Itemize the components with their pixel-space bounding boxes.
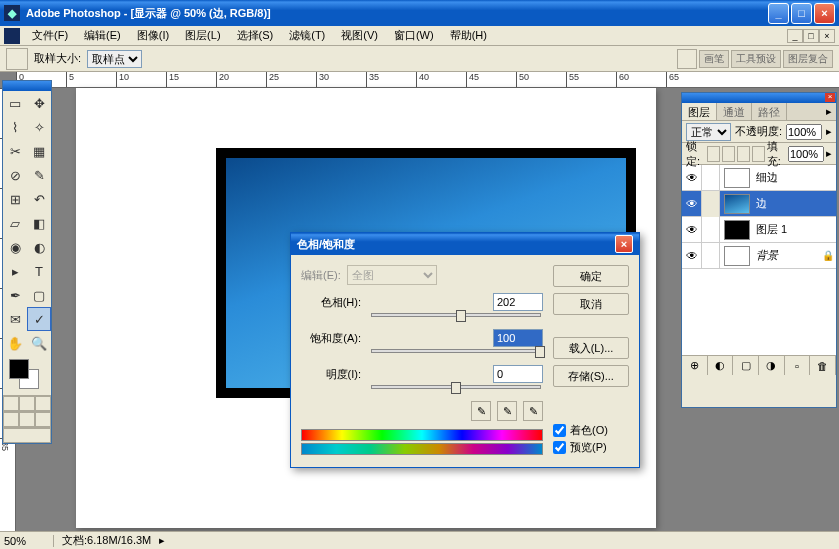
new-set-button[interactable]: ▢ xyxy=(733,356,759,375)
menu-window[interactable]: 窗口(W) xyxy=(386,26,442,45)
load-button[interactable]: 载入(L)... xyxy=(553,337,629,359)
type-tool[interactable]: T xyxy=(27,259,51,283)
colorize-checkbox[interactable]: 着色(O) xyxy=(553,423,629,438)
lock-all-button[interactable] xyxy=(752,146,765,162)
layer-thumbnail[interactable] xyxy=(724,194,750,214)
zoom-level[interactable]: 50% xyxy=(4,535,54,547)
status-flyout[interactable]: ▸ xyxy=(159,534,165,547)
lock-image-button[interactable] xyxy=(722,146,735,162)
lasso-tool[interactable]: ⌇ xyxy=(3,115,27,139)
ok-button[interactable]: 确定 xyxy=(553,265,629,287)
dodge-tool[interactable]: ◐ xyxy=(27,235,51,259)
layer-row[interactable]: 👁 图层 1 xyxy=(682,217,836,243)
dock-tab-layer-comps[interactable]: 图层复合 xyxy=(783,50,833,68)
healing-brush-tool[interactable]: ⊘ xyxy=(3,163,27,187)
layer-row[interactable]: 👁 背景 🔒 xyxy=(682,243,836,269)
new-layer-button[interactable]: ▫ xyxy=(785,356,811,375)
visibility-toggle[interactable]: 👁 xyxy=(682,165,702,191)
preview-checkbox[interactable]: 预览(P) xyxy=(553,440,629,455)
panel-close-button[interactable]: × xyxy=(825,93,835,102)
pen-tool[interactable]: ✒ xyxy=(3,283,27,307)
opacity-flyout[interactable]: ▸ xyxy=(826,125,832,138)
layer-name[interactable]: 图层 1 xyxy=(754,222,836,237)
layer-thumbnail[interactable] xyxy=(724,220,750,240)
visibility-toggle[interactable]: 👁 xyxy=(682,243,702,269)
menu-file[interactable]: 文件(F) xyxy=(24,26,76,45)
opacity-input[interactable] xyxy=(786,124,822,140)
toolbox-titlebar[interactable] xyxy=(3,81,51,91)
lightness-slider[interactable] xyxy=(371,385,541,389)
menu-view[interactable]: 视图(V) xyxy=(333,26,386,45)
layer-thumbnail[interactable] xyxy=(724,246,750,266)
path-selection-tool[interactable]: ▸ xyxy=(3,259,27,283)
magic-wand-tool[interactable]: ✧ xyxy=(27,115,51,139)
move-tool[interactable]: ✥ xyxy=(27,91,51,115)
lock-position-button[interactable] xyxy=(737,146,750,162)
layer-name[interactable]: 边 xyxy=(754,196,836,211)
slice-tool[interactable]: ▦ xyxy=(27,139,51,163)
visibility-toggle[interactable]: 👁 xyxy=(682,191,702,217)
hue-input[interactable] xyxy=(493,293,543,311)
foreground-color-swatch[interactable] xyxy=(9,359,29,379)
dock-tab-tool-presets[interactable]: 工具预设 xyxy=(731,50,781,68)
eyedropper-add-button[interactable]: ✎ xyxy=(497,401,517,421)
tab-paths[interactable]: 路径 xyxy=(752,103,787,120)
palette-well-button[interactable] xyxy=(677,49,697,69)
saturation-input[interactable] xyxy=(493,329,543,347)
layer-name[interactable]: 细边 xyxy=(754,170,836,185)
screen-mode-standard[interactable] xyxy=(3,412,19,427)
eyedropper-button[interactable]: ✎ xyxy=(471,401,491,421)
layer-mask-button[interactable]: ◐ xyxy=(708,356,734,375)
menu-layer[interactable]: 图层(L) xyxy=(177,26,228,45)
menu-select[interactable]: 选择(S) xyxy=(229,26,282,45)
menu-image[interactable]: 图像(I) xyxy=(129,26,177,45)
save-button[interactable]: 存储(S)... xyxy=(553,365,629,387)
dock-tab-brushes[interactable]: 画笔 xyxy=(699,50,729,68)
menu-edit[interactable]: 编辑(E) xyxy=(76,26,129,45)
eraser-tool[interactable]: ▱ xyxy=(3,211,27,235)
lightness-input[interactable] xyxy=(493,365,543,383)
adjustment-layer-button[interactable]: ◑ xyxy=(759,356,785,375)
panel-titlebar[interactable]: × xyxy=(682,93,836,103)
marquee-tool[interactable]: ▭ xyxy=(3,91,27,115)
gradient-tool[interactable]: ◧ xyxy=(27,211,51,235)
delete-layer-button[interactable]: 🗑 xyxy=(810,356,836,375)
close-button[interactable]: × xyxy=(814,3,835,24)
tab-layers[interactable]: 图层 xyxy=(682,103,717,120)
doc-size[interactable]: 文档:6.18M/16.3M xyxy=(62,533,151,548)
menu-filter[interactable]: 滤镜(T) xyxy=(281,26,333,45)
doc-restore-button[interactable]: □ xyxy=(803,29,819,43)
layer-row[interactable]: 👁 细边 xyxy=(682,165,836,191)
blur-tool[interactable]: ◉ xyxy=(3,235,27,259)
zoom-tool[interactable]: 🔍 xyxy=(27,331,51,355)
cancel-button[interactable]: 取消 xyxy=(553,293,629,315)
visibility-toggle[interactable]: 👁 xyxy=(682,217,702,243)
quick-mask-on[interactable] xyxy=(19,396,35,411)
sample-size-select[interactable]: 取样点 xyxy=(87,50,142,68)
clone-stamp-tool[interactable]: ⊞ xyxy=(3,187,27,211)
screen-mode-full[interactable] xyxy=(35,412,51,427)
current-tool-preset[interactable] xyxy=(6,48,28,70)
layer-name[interactable]: 背景 xyxy=(754,248,822,263)
lock-transparency-button[interactable] xyxy=(707,146,720,162)
saturation-slider[interactable] xyxy=(371,349,541,353)
brush-tool[interactable]: ✎ xyxy=(27,163,51,187)
eyedropper-tool[interactable]: ✓ xyxy=(27,307,51,331)
notes-tool[interactable]: ✉ xyxy=(3,307,27,331)
tab-channels[interactable]: 通道 xyxy=(717,103,752,120)
layer-thumbnail[interactable] xyxy=(724,168,750,188)
doc-close-button[interactable]: × xyxy=(819,29,835,43)
shape-tool[interactable]: ▢ xyxy=(27,283,51,307)
layer-style-button[interactable]: ⊕ xyxy=(682,356,708,375)
menu-help[interactable]: 帮助(H) xyxy=(442,26,495,45)
layer-row[interactable]: 👁 边 xyxy=(682,191,836,217)
maximize-button[interactable]: □ xyxy=(791,3,812,24)
fill-flyout[interactable]: ▸ xyxy=(826,147,832,160)
dialog-close-button[interactable]: × xyxy=(615,235,633,253)
minimize-button[interactable]: _ xyxy=(768,3,789,24)
hand-tool[interactable]: ✋ xyxy=(3,331,27,355)
jump-to-imageready[interactable] xyxy=(3,428,51,443)
eyedropper-subtract-button[interactable]: ✎ xyxy=(523,401,543,421)
hue-slider[interactable] xyxy=(371,313,541,317)
dialog-titlebar[interactable]: 色相/饱和度 × xyxy=(291,233,639,255)
